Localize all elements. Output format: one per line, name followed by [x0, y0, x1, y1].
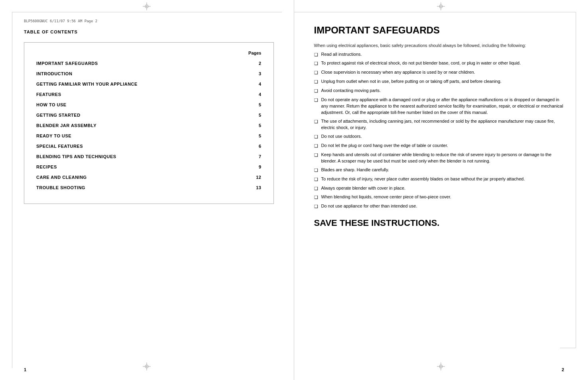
toc-item-page: 4 — [254, 82, 262, 86]
right-bottom-corner-rule — [560, 348, 576, 348]
checklist-item-text: Unplug from outlet when not in use, befo… — [321, 78, 501, 85]
book-spread: BLP5600GNUC 6/11/07 9:56 AM Page 2 TABLE… — [0, 0, 588, 380]
checkbox-icon: ❑ — [314, 70, 319, 76]
checklist-item: ❑To reduce the risk of injury, never pla… — [314, 176, 564, 183]
toc-item-label: GETTING STARTED — [36, 113, 254, 118]
checkbox-icon: ❑ — [314, 119, 319, 125]
checklist-item: ❑Do not operate any appliance with a dam… — [314, 97, 564, 116]
toc-item-page: 3 — [254, 71, 262, 76]
checklist-item-text: Avoid contacting moving parts. — [321, 88, 381, 94]
toc-item-page: 13 — [254, 185, 262, 190]
toc-item-label: TROUBLE SHOOTING — [36, 185, 254, 190]
checkbox-icon: ❑ — [314, 97, 319, 104]
toc-item: BLENDER JAR ASSEMBLY5 — [36, 123, 262, 128]
toc-item-label: HOW TO USE — [36, 102, 254, 107]
checklist-item-text: Keep hands and utensils out of container… — [321, 152, 564, 165]
toc-item: RECIPES9 — [36, 165, 262, 169]
toc-item: HOW TO USE5 — [36, 102, 262, 107]
checklist-item-text: When blending hot liquids, remove center… — [321, 194, 452, 200]
reg-mark-right-bottom — [437, 362, 445, 372]
checkbox-icon: ❑ — [314, 88, 319, 94]
checklist-item-text: Do not let the plug or cord hang over th… — [321, 143, 448, 149]
checklist-item: ❑Do not use appliance for other than int… — [314, 203, 564, 210]
checklist-item-text: The use of attachments, including cannin… — [321, 118, 564, 131]
checkbox-icon: ❑ — [314, 143, 319, 149]
checkbox-icon: ❑ — [314, 79, 319, 85]
checklist-item: ❑Always operate blender with cover in pl… — [314, 185, 564, 192]
toc-item-label: BLENDER JAR ASSEMBLY — [36, 123, 254, 128]
checklist-item-text: Read all instructions. — [321, 51, 362, 58]
right-corner-rule — [560, 12, 576, 12]
checklist-container: ❑Read all instructions.❑To protect again… — [314, 51, 564, 210]
checklist-item: ❑The use of attachments, including canni… — [314, 118, 564, 131]
toc-item: BLENDING TIPS AND TECHNIQUES7 — [36, 154, 262, 159]
toc-item-label: RECIPES — [36, 165, 254, 169]
checklist-item-text: Close supervision is necessary when any … — [321, 69, 475, 76]
right-top-rule — [294, 12, 576, 12]
toc-item-label: BLENDING TIPS AND TECHNIQUES — [36, 154, 254, 159]
toc-item-page: 5 — [254, 133, 262, 138]
checklist-item-text: Do not use appliance for other than inte… — [321, 203, 417, 210]
page-left: BLP5600GNUC 6/11/07 9:56 AM Page 2 TABLE… — [0, 0, 294, 380]
checklist-item-text: Always operate blender with cover in pla… — [321, 185, 406, 192]
toc-item: CARE AND CLEANING12 — [36, 175, 262, 180]
checklist-item: ❑When blending hot liquids, remove cente… — [314, 194, 564, 201]
toc-item-label: READY TO USE — [36, 133, 254, 138]
checkbox-icon: ❑ — [314, 194, 319, 201]
toc-container: Pages IMPORTANT SAFEGUARDS2INTRODUCTION3… — [24, 42, 274, 204]
page-number-right: 2 — [562, 367, 564, 372]
toc-item-label: CARE AND CLEANING — [36, 175, 254, 180]
toc-item: READY TO USE5 — [36, 133, 262, 138]
toc-item: IMPORTANT SAFEGUARDS2 — [36, 61, 262, 66]
right-right-rule — [576, 12, 576, 348]
toc-item-label: SPECIAL FEATURES — [36, 144, 254, 149]
checklist-item-text: To reduce the risk of injury, never plac… — [321, 176, 525, 182]
checkbox-icon: ❑ — [314, 152, 319, 159]
checklist-item: ❑To protect against risk of electrical s… — [314, 60, 564, 67]
toc-item: FEATURES4 — [36, 92, 262, 97]
checkbox-icon: ❑ — [314, 176, 319, 183]
checklist-item-text: Blades are sharp. Handle carefully. — [321, 167, 389, 173]
reg-mark-left-top — [143, 2, 151, 12]
checklist-item-text: To protect against risk of electrical sh… — [321, 60, 521, 67]
toc-item-page: 5 — [254, 102, 262, 107]
checklist-item: ❑Read all instructions. — [314, 51, 564, 58]
reg-mark-right-top — [437, 2, 445, 12]
toc-item: INTRODUCTION3 — [36, 71, 262, 76]
toc-item-page: 9 — [254, 165, 262, 169]
top-rule — [12, 12, 282, 12]
toc-item-page: 5 — [254, 123, 262, 128]
toc-item: TROUBLE SHOOTING13 — [36, 185, 262, 190]
toc-item: SPECIAL FEATURES6 — [36, 144, 262, 149]
checkbox-icon: ❑ — [314, 186, 319, 192]
checkbox-icon: ❑ — [314, 52, 319, 58]
page-right: IMPORTANT SAFEGUARDS When using electric… — [294, 0, 588, 380]
intro-text: When using electrical appliances, basic … — [314, 42, 564, 49]
toc-item-label: FEATURES — [36, 92, 254, 97]
toc-item-page: 12 — [254, 175, 262, 180]
toc-item-label: IMPORTANT SAFEGUARDS — [36, 61, 254, 66]
toc-item-page: 7 — [254, 154, 262, 159]
toc-item-page: 4 — [254, 92, 262, 97]
checklist-item: ❑Do not let the plug or cord hang over t… — [314, 143, 564, 149]
toc-pages-header: Pages — [36, 51, 262, 55]
main-section-title: IMPORTANT SAFEGUARDS — [314, 25, 564, 36]
page-number-left: 1 — [24, 367, 26, 372]
toc-item-label: GETTING FAMILIAR WITH YOUR APPLIANCE — [36, 82, 254, 86]
toc-item: GETTING STARTED5 — [36, 113, 262, 118]
checklist-item: ❑Do not use outdoors. — [314, 133, 564, 140]
checkbox-icon: ❑ — [314, 134, 319, 140]
toc-item-page: 6 — [254, 144, 262, 149]
reg-mark-left-bottom — [143, 362, 151, 372]
save-title: SAVE THESE INSTRUCTIONS. — [314, 218, 564, 228]
toc-title: TABLE OF CONTENTS — [24, 29, 274, 34]
checkbox-icon: ❑ — [314, 204, 319, 210]
checklist-item: ❑Unplug from outlet when not in use, bef… — [314, 78, 564, 85]
checklist-item: ❑Blades are sharp. Handle carefully. — [314, 167, 564, 174]
toc-items-list: IMPORTANT SAFEGUARDS2INTRODUCTION3GETTIN… — [36, 61, 262, 190]
checklist-item-text: Do not operate any appliance with a dama… — [321, 97, 564, 116]
file-header-left: BLP5600GNUC 6/11/07 9:56 AM Page 2 — [24, 19, 274, 23]
checklist-item: ❑Keep hands and utensils out of containe… — [314, 152, 564, 165]
checklist-item: ❑Avoid contacting moving parts. — [314, 88, 564, 94]
left-rule — [12, 12, 12, 368]
